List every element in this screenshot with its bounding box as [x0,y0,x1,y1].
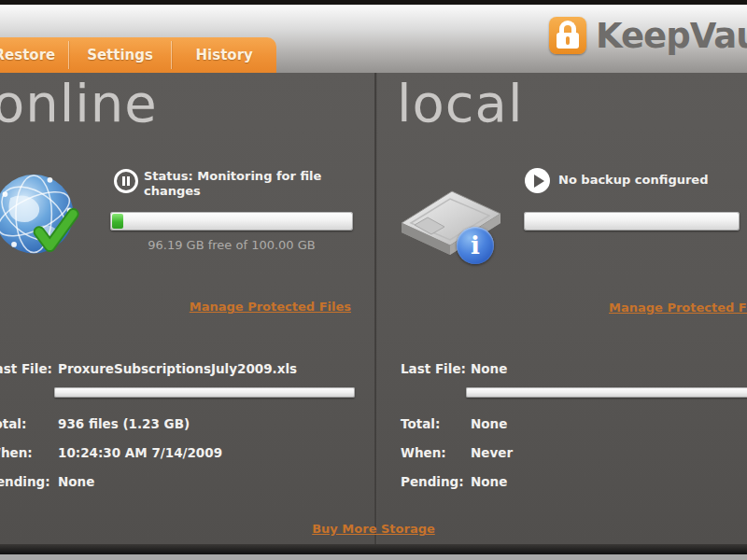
lock-keyhole [566,36,570,45]
play-icon[interactable] [525,168,550,193]
tab-settings-label: Settings [87,47,153,63]
info-icon: i [457,227,494,264]
online-pending-label: Pending: [0,474,50,489]
local-manage-protected-files-link[interactable]: Manage Protected Files [609,301,747,315]
tab-restore-label: Restore [0,47,55,63]
app-logo-text: KeepVault [596,16,747,56]
local-last-file-label: Last File: [401,361,466,376]
online-pending-value: None [58,474,94,489]
online-storage-free-text: 96.19 GB free of 100.00 GB [110,238,353,252]
keepvault-window: Restore Settings History KeepVault onlin… [0,0,747,560]
tab-settings[interactable]: Settings [69,37,172,73]
window-bottom-edge [0,554,747,560]
online-storage-used-fill [112,214,123,229]
online-last-file-value: ProxureSubscriptionsJuly2009.xls [58,361,297,376]
local-storage-bar [524,212,740,231]
online-storage-bar [110,212,353,231]
local-backup-panel: local i No backup configured [377,73,747,544]
local-panel-title: local [397,75,523,133]
online-backup-panel: online [0,73,374,544]
local-last-file-progress-bar [466,387,747,398]
buy-more-storage-link[interactable]: Buy More Storage [312,522,435,536]
lock-icon [549,17,586,54]
local-pending-label: Pending: [401,474,464,489]
main-content: online [0,73,747,544]
pause-icon[interactable] [114,169,138,193]
online-status-text: Status: Monitoring for file changes [144,169,345,199]
local-total-label: Total: [401,416,440,431]
local-when-label: When: [401,445,446,460]
local-status-text: No backup configured [558,173,708,188]
tab-restore[interactable]: Restore [0,37,68,73]
online-last-file-label: Last File: [0,361,52,376]
online-total-label: Total: [0,416,26,431]
online-when-value: 10:24:30 AM 7/14/2009 [58,445,222,460]
local-pending-value: None [471,474,507,489]
globe-checkmark-icon [0,171,82,268]
tab-history-label: History [196,47,253,63]
window-bottom-bar [0,544,747,554]
online-panel-title: online [0,75,158,133]
local-last-file-value: None [471,361,507,376]
local-total-value: None [471,416,507,431]
local-when-value: Never [471,445,513,460]
app-header: Restore Settings History KeepVault [0,5,747,73]
online-last-file-progress-bar [54,387,355,398]
tab-bar: Restore Settings History [0,37,276,73]
online-when-label: When: [0,445,33,460]
tab-history[interactable]: History [172,37,276,73]
online-total-value: 936 files (1.23 GB) [58,416,190,431]
online-manage-protected-files-link[interactable]: Manage Protected Files [190,300,351,314]
